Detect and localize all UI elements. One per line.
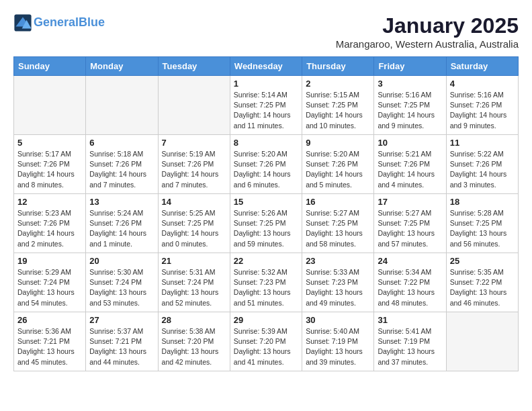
- day-info: Sunrise: 5:17 AMSunset: 7:26 PMDaylight:…: [17, 149, 82, 190]
- day-info: Sunrise: 5:16 AMSunset: 7:25 PMDaylight:…: [378, 90, 442, 131]
- calendar-cell: 15Sunrise: 5:26 AMSunset: 7:25 PMDayligh…: [230, 194, 302, 253]
- title-block: January 2025 Marangaroo, Western Austral…: [336, 13, 519, 50]
- calendar-cell: 3Sunrise: 5:16 AMSunset: 7:25 PMDaylight…: [374, 76, 446, 135]
- calendar-cell: 13Sunrise: 5:24 AMSunset: 7:26 PMDayligh…: [86, 194, 158, 253]
- day-info: Sunrise: 5:29 AMSunset: 7:24 PMDaylight:…: [17, 267, 82, 308]
- day-info: Sunrise: 5:37 AMSunset: 7:21 PMDaylight:…: [89, 326, 154, 367]
- weekday-header-tuesday: Tuesday: [158, 57, 230, 76]
- calendar-cell: 26Sunrise: 5:36 AMSunset: 7:21 PMDayligh…: [14, 312, 86, 371]
- week-row-2: 5Sunrise: 5:17 AMSunset: 7:26 PMDaylight…: [14, 135, 519, 194]
- day-number: 22: [234, 256, 298, 266]
- calendar-cell: 16Sunrise: 5:27 AMSunset: 7:25 PMDayligh…: [302, 194, 374, 253]
- day-info: Sunrise: 5:19 AMSunset: 7:26 PMDaylight:…: [162, 149, 226, 190]
- day-number: 8: [234, 138, 298, 148]
- day-number: 7: [162, 138, 226, 148]
- calendar-cell: [14, 76, 86, 135]
- day-number: 30: [306, 315, 370, 325]
- day-number: 3: [378, 79, 442, 89]
- day-info: Sunrise: 5:39 AMSunset: 7:20 PMDaylight:…: [234, 326, 298, 367]
- day-info: Sunrise: 5:38 AMSunset: 7:20 PMDaylight:…: [162, 326, 226, 367]
- weekday-header-thursday: Thursday: [302, 57, 374, 76]
- day-info: Sunrise: 5:23 AMSunset: 7:26 PMDaylight:…: [17, 208, 82, 249]
- calendar-cell: 17Sunrise: 5:27 AMSunset: 7:25 PMDayligh…: [374, 194, 446, 253]
- day-number: 23: [306, 256, 370, 266]
- day-info: Sunrise: 5:15 AMSunset: 7:25 PMDaylight:…: [306, 90, 370, 131]
- day-info: Sunrise: 5:27 AMSunset: 7:25 PMDaylight:…: [378, 208, 442, 249]
- day-number: 15: [234, 197, 298, 207]
- calendar-cell: 7Sunrise: 5:19 AMSunset: 7:26 PMDaylight…: [158, 135, 230, 194]
- calendar-cell: 20Sunrise: 5:30 AMSunset: 7:24 PMDayligh…: [86, 253, 158, 312]
- day-number: 27: [89, 315, 154, 325]
- day-info: Sunrise: 5:33 AMSunset: 7:23 PMDaylight:…: [306, 267, 370, 308]
- day-info: Sunrise: 5:21 AMSunset: 7:26 PMDaylight:…: [378, 149, 442, 190]
- calendar-cell: [86, 76, 158, 135]
- day-number: 13: [89, 197, 154, 207]
- day-number: 6: [89, 138, 154, 148]
- calendar-header-row: SundayMondayTuesdayWednesdayThursdayFrid…: [14, 57, 519, 76]
- day-info: Sunrise: 5:30 AMSunset: 7:24 PMDaylight:…: [89, 267, 154, 308]
- day-number: 19: [17, 256, 82, 266]
- week-row-1: 1Sunrise: 5:14 AMSunset: 7:25 PMDaylight…: [14, 76, 519, 135]
- day-number: 20: [89, 256, 154, 266]
- calendar-cell: 14Sunrise: 5:25 AMSunset: 7:25 PMDayligh…: [158, 194, 230, 253]
- logo-line1: General: [34, 15, 79, 29]
- calendar-cell: 5Sunrise: 5:17 AMSunset: 7:26 PMDaylight…: [14, 135, 86, 194]
- logo-icon: [13, 13, 32, 32]
- day-info: Sunrise: 5:25 AMSunset: 7:25 PMDaylight:…: [162, 208, 226, 249]
- month-title: January 2025: [336, 13, 519, 38]
- calendar-cell: 1Sunrise: 5:14 AMSunset: 7:25 PMDaylight…: [230, 76, 302, 135]
- day-number: 28: [162, 315, 226, 325]
- weekday-header-monday: Monday: [86, 57, 158, 76]
- day-number: 10: [378, 138, 442, 148]
- week-row-3: 12Sunrise: 5:23 AMSunset: 7:26 PMDayligh…: [14, 194, 519, 253]
- day-number: 4: [450, 79, 515, 89]
- calendar-cell: [446, 312, 518, 371]
- calendar-cell: 23Sunrise: 5:33 AMSunset: 7:23 PMDayligh…: [302, 253, 374, 312]
- weekday-header-friday: Friday: [374, 57, 446, 76]
- calendar-cell: 10Sunrise: 5:21 AMSunset: 7:26 PMDayligh…: [374, 135, 446, 194]
- calendar-cell: 22Sunrise: 5:32 AMSunset: 7:23 PMDayligh…: [230, 253, 302, 312]
- day-number: 11: [450, 138, 515, 148]
- day-info: Sunrise: 5:16 AMSunset: 7:26 PMDaylight:…: [450, 90, 515, 131]
- day-number: 14: [162, 197, 226, 207]
- day-number: 26: [17, 315, 82, 325]
- calendar-cell: 21Sunrise: 5:31 AMSunset: 7:24 PMDayligh…: [158, 253, 230, 312]
- day-number: 25: [450, 256, 515, 266]
- day-number: 24: [378, 256, 442, 266]
- calendar-cell: 25Sunrise: 5:35 AMSunset: 7:22 PMDayligh…: [446, 253, 518, 312]
- week-row-4: 19Sunrise: 5:29 AMSunset: 7:24 PMDayligh…: [14, 253, 519, 312]
- day-number: 16: [306, 197, 370, 207]
- calendar-cell: 9Sunrise: 5:20 AMSunset: 7:26 PMDaylight…: [302, 135, 374, 194]
- calendar-cell: 24Sunrise: 5:34 AMSunset: 7:22 PMDayligh…: [374, 253, 446, 312]
- day-info: Sunrise: 5:28 AMSunset: 7:25 PMDaylight:…: [450, 208, 515, 249]
- logo: GeneralBlue: [13, 13, 105, 32]
- day-number: 1: [234, 79, 298, 89]
- calendar-cell: [158, 76, 230, 135]
- day-info: Sunrise: 5:27 AMSunset: 7:25 PMDaylight:…: [306, 208, 370, 249]
- weekday-header-wednesday: Wednesday: [230, 57, 302, 76]
- day-info: Sunrise: 5:34 AMSunset: 7:22 PMDaylight:…: [378, 267, 442, 308]
- day-info: Sunrise: 5:24 AMSunset: 7:26 PMDaylight:…: [89, 208, 154, 249]
- day-info: Sunrise: 5:14 AMSunset: 7:25 PMDaylight:…: [234, 90, 298, 131]
- calendar-table: SundayMondayTuesdayWednesdayThursdayFrid…: [13, 56, 519, 371]
- weekday-header-saturday: Saturday: [446, 57, 518, 76]
- calendar-cell: 28Sunrise: 5:38 AMSunset: 7:20 PMDayligh…: [158, 312, 230, 371]
- calendar-cell: 12Sunrise: 5:23 AMSunset: 7:26 PMDayligh…: [14, 194, 86, 253]
- day-number: 17: [378, 197, 442, 207]
- day-info: Sunrise: 5:32 AMSunset: 7:23 PMDaylight:…: [234, 267, 298, 308]
- day-info: Sunrise: 5:41 AMSunset: 7:19 PMDaylight:…: [378, 326, 442, 367]
- day-info: Sunrise: 5:18 AMSunset: 7:26 PMDaylight:…: [89, 149, 154, 190]
- day-info: Sunrise: 5:31 AMSunset: 7:24 PMDaylight:…: [162, 267, 226, 308]
- day-number: 21: [162, 256, 226, 266]
- day-number: 12: [17, 197, 82, 207]
- day-number: 2: [306, 79, 370, 89]
- day-info: Sunrise: 5:20 AMSunset: 7:26 PMDaylight:…: [306, 149, 370, 190]
- calendar-cell: 31Sunrise: 5:41 AMSunset: 7:19 PMDayligh…: [374, 312, 446, 371]
- calendar-cell: 18Sunrise: 5:28 AMSunset: 7:25 PMDayligh…: [446, 194, 518, 253]
- logo-line2: Blue: [79, 15, 105, 29]
- day-number: 5: [17, 138, 82, 148]
- calendar-cell: 27Sunrise: 5:37 AMSunset: 7:21 PMDayligh…: [86, 312, 158, 371]
- calendar-cell: 6Sunrise: 5:18 AMSunset: 7:26 PMDaylight…: [86, 135, 158, 194]
- weekday-header-sunday: Sunday: [14, 57, 86, 76]
- calendar-cell: 4Sunrise: 5:16 AMSunset: 7:26 PMDaylight…: [446, 76, 518, 135]
